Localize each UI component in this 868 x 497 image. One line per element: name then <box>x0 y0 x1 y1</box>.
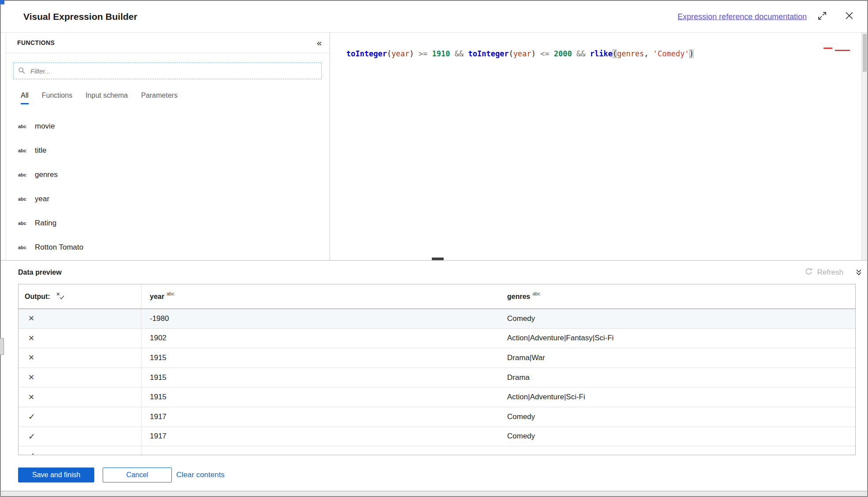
genres-cell: Action|Adventure|Sci-Fi <box>507 393 855 401</box>
code-token: ( <box>387 49 391 58</box>
code-token <box>586 49 590 58</box>
year-type-abc-icon: abc <box>167 291 174 296</box>
schema-item-label: Rotton Tomato <box>35 243 83 252</box>
visual-expression-builder-dialog: Visual Expression Builder Expression ref… <box>0 0 868 497</box>
tab-input-schema[interactable]: Input schema <box>85 92 128 104</box>
functions-panel-title: FUNCTIONS <box>17 39 55 46</box>
schema-item-genres[interactable]: abcgenres <box>6 162 330 187</box>
save-and-finish-button[interactable]: Save and finish <box>18 468 94 482</box>
schema-item-label: title <box>35 146 46 155</box>
filter-input[interactable] <box>13 63 322 79</box>
schema-item-movie[interactable]: abcmovie <box>6 114 330 138</box>
output-toggle-icon[interactable] <box>56 292 64 302</box>
year-cell: 1915 <box>141 373 507 382</box>
data-preview-header: Data preview Refresh <box>1 261 867 284</box>
code-token: ) <box>531 49 536 58</box>
background-window-fragment <box>0 338 4 355</box>
genres-cell: Comedy <box>507 314 855 323</box>
filter-field-wrap <box>13 63 322 79</box>
schema-item-rotton-tomato[interactable]: abcRotton Tomato <box>6 235 330 259</box>
clear-contents-link[interactable]: Clear contents <box>176 468 225 482</box>
genres-cell: Action|Adventure|Fantasy|Sci-Fi <box>507 334 855 342</box>
schema-item-rating[interactable]: abcRating <box>6 211 330 235</box>
functions-panel: FUNCTIONS « AllFunctionsInput schemaPara… <box>6 33 330 260</box>
schema-item-title[interactable]: abctitle <box>6 138 330 162</box>
code-token: && <box>576 49 585 58</box>
tab-functions[interactable]: Functions <box>42 92 72 104</box>
cancel-button[interactable]: Cancel <box>103 468 172 482</box>
editor-scrollbar[interactable] <box>861 33 867 260</box>
abc-type-icon: abc <box>18 148 35 153</box>
dialog-titlebar: Visual Expression Builder Expression ref… <box>1 1 867 32</box>
expression-reference-doc-link[interactable]: Expression reference documentation <box>678 12 807 21</box>
output-cell: ✓ <box>19 407 141 427</box>
splitter-handle[interactable] <box>432 258 444 260</box>
table-row: ✕1902Action|Adventure|Fantasy|Sci-Fi <box>19 329 855 349</box>
table-row: ✓1917Comedy <box>19 407 855 427</box>
code-token: && <box>455 49 464 58</box>
output-cell: ✕ <box>19 368 141 387</box>
collapse-preview-icon[interactable] <box>855 268 862 276</box>
code-token: , <box>644 49 653 58</box>
code-token: <= <box>540 49 549 58</box>
code-token: ) <box>409 49 414 58</box>
schema-item-label: Rating <box>35 219 56 228</box>
table-row: ✕1915Drama|War <box>19 348 855 368</box>
schema-item-label: year <box>35 195 49 203</box>
year-cell: 1902 <box>141 334 507 342</box>
code-token: 'Comedy' <box>653 49 689 58</box>
tab-all[interactable]: All <box>21 92 29 104</box>
table-row: ✕1915Action|Adventure|Sci-Fi <box>19 387 855 407</box>
output-column-header: Output: <box>19 284 141 309</box>
code-token <box>450 49 455 58</box>
schema-item-label: movie <box>35 122 55 131</box>
table-row: ✕-1980Comedy <box>19 309 855 329</box>
close-icon <box>845 11 854 22</box>
code-token <box>427 49 432 58</box>
code-token: year <box>391 49 409 58</box>
year-cell: 1917 <box>141 432 507 441</box>
code-token: ) <box>689 49 694 58</box>
refresh-label: Refresh <box>817 268 843 277</box>
abc-type-icon: abc <box>18 172 35 177</box>
preview-table-header: Output: year abc genres abc <box>19 284 855 309</box>
output-column-label: Output: <box>25 293 50 301</box>
functions-panel-header: FUNCTIONS « <box>6 33 330 53</box>
output-cell: ✕ <box>19 348 141 368</box>
expand-dialog-button[interactable] <box>817 11 827 22</box>
code-token <box>549 49 554 58</box>
abc-type-icon: abc <box>18 124 35 129</box>
tab-parameters[interactable]: Parameters <box>141 92 178 104</box>
year-cell: 1915 <box>141 393 507 401</box>
data-preview-title: Data preview <box>18 269 62 276</box>
expression-editor[interactable]: toInteger(year) >= 1910 && toInteger(yea… <box>330 33 861 260</box>
search-icon <box>18 67 26 76</box>
code-token: 1910 <box>432 49 450 58</box>
close-button[interactable] <box>843 11 855 22</box>
code-token: toInteger <box>468 49 509 58</box>
collapse-panel-icon[interactable]: « <box>317 38 322 47</box>
excluded-x-icon: ✕ <box>28 394 34 401</box>
excluded-x-icon: ✕ <box>28 335 34 342</box>
editor-scrollbar-thumb[interactable] <box>863 34 867 72</box>
year-cell: -1980 <box>141 314 507 323</box>
refresh-icon <box>805 267 813 278</box>
table-row: ✕1915Drama <box>19 368 855 388</box>
code-token: rlike <box>590 49 612 58</box>
function-tabs: AllFunctionsInput schemaParameters <box>21 92 330 104</box>
preview-table-body: ✕-1980Comedy✕1902Action|Adventure|Fantas… <box>19 309 855 455</box>
code-token: ( <box>612 49 617 58</box>
refresh-button[interactable]: Refresh <box>805 267 843 278</box>
code-token <box>464 49 468 58</box>
genres-cell: Drama <box>507 373 855 382</box>
year-column-label: year <box>150 293 164 301</box>
code-token: 2000 <box>554 49 572 58</box>
expression-code-line[interactable]: toInteger(year) >= 1910 && toInteger(yea… <box>346 48 694 59</box>
abc-type-icon: abc <box>18 245 35 250</box>
output-cell: ✓ <box>19 427 141 446</box>
output-cell: ✓ <box>19 446 141 455</box>
genres-cell: Drama|War <box>507 353 855 362</box>
code-token: toInteger <box>346 49 387 58</box>
code-token <box>572 49 576 58</box>
schema-item-year[interactable]: abcyear <box>6 187 330 211</box>
